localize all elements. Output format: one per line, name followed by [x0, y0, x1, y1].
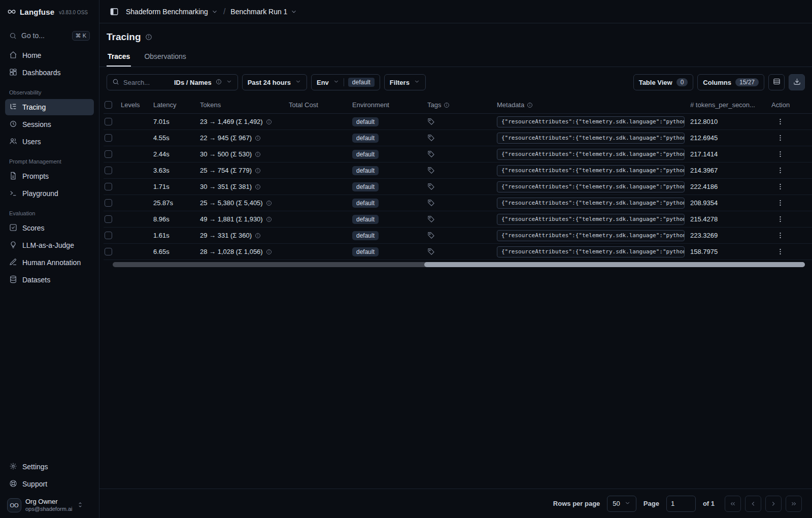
column-header-tags[interactable]: Tags — [427, 101, 497, 109]
info-icon — [255, 233, 261, 239]
row-checkbox[interactable] — [105, 183, 112, 190]
row-height-button[interactable] — [768, 74, 785, 90]
row-actions-button[interactable] — [774, 148, 786, 160]
row-checkbox[interactable] — [105, 167, 112, 174]
time-range-filter[interactable]: Past 24 hours — [242, 74, 307, 90]
table-row[interactable]: 6.65s 28 → 1,028 (Σ 1,056) default {"res… — [104, 244, 812, 260]
row-actions-button[interactable] — [774, 213, 786, 225]
breadcrumb-run[interactable]: Benchmark Run 1 — [230, 8, 297, 16]
sidebar-item-settings[interactable]: Settings — [5, 459, 94, 475]
sidebar-item-sessions[interactable]: Sessions — [5, 116, 94, 133]
tab-traces[interactable]: Traces — [107, 48, 131, 67]
sidebar-item-dashboards[interactable]: Dashboards — [5, 64, 94, 81]
row-actions-button[interactable] — [774, 165, 786, 176]
row-checkbox[interactable] — [105, 150, 112, 158]
page-input[interactable] — [666, 496, 696, 512]
tag-icon[interactable] — [427, 150, 435, 158]
sidebar-item-playground[interactable]: Playground — [5, 185, 94, 202]
last-page-button[interactable] — [786, 496, 802, 512]
goto-button[interactable]: Go to... ⌘ K — [5, 27, 94, 44]
column-header-total-cost[interactable]: Total Cost — [289, 101, 352, 109]
row-actions-button[interactable] — [774, 181, 786, 192]
column-header-tokens-per-second[interactable]: # tokens_per_secon... — [690, 101, 771, 109]
table-header: Levels Latency Tokens Total Cost Environ… — [104, 96, 812, 114]
next-page-button[interactable] — [765, 496, 782, 512]
sidebar-item-prompts[interactable]: Prompts — [5, 168, 94, 184]
metadata-preview[interactable]: {"resourceAttributes":{"telemetry.sdk.la… — [497, 198, 685, 209]
row-checkbox[interactable] — [105, 134, 112, 142]
previous-page-button[interactable] — [745, 496, 761, 512]
row-checkbox[interactable] — [105, 199, 112, 207]
row-actions-button[interactable] — [774, 132, 786, 144]
sidebar-item-users[interactable]: Users — [5, 134, 94, 150]
user-menu[interactable]: OO Org Owner ops@shadeform.ai — [5, 495, 94, 513]
tag-icon[interactable] — [427, 167, 435, 174]
column-header-metadata[interactable]: Metadata — [497, 101, 690, 109]
tag-icon[interactable] — [427, 118, 435, 125]
table-row[interactable]: 1.71s 30 → 351 (Σ 381) default {"resourc… — [104, 179, 812, 195]
metadata-preview[interactable]: {"resourceAttributes":{"telemetry.sdk.la… — [497, 133, 685, 144]
column-header-tokens[interactable]: Tokens — [200, 101, 289, 109]
tag-icon[interactable] — [427, 248, 435, 255]
tag-icon[interactable] — [427, 134, 435, 142]
chevron-down-icon — [295, 78, 301, 86]
horizontal-scrollbar[interactable] — [113, 262, 805, 267]
export-button[interactable] — [789, 74, 805, 90]
sidebar-item-human-annotation[interactable]: Human Annotation — [5, 254, 94, 271]
sidebar-item-label: Tracing — [22, 103, 46, 111]
table-row[interactable]: 7.01s 23 → 1,469 (Σ 1,492) default {"res… — [104, 114, 812, 130]
table-row[interactable]: 2.44s 30 → 500 (Σ 530) default {"resourc… — [104, 146, 812, 163]
search-input[interactable] — [123, 79, 170, 86]
row-checkbox[interactable] — [105, 215, 112, 223]
column-header-levels[interactable]: Levels — [121, 101, 153, 109]
rows-per-page-select[interactable]: 50 — [607, 496, 636, 512]
row-actions-button[interactable] — [774, 230, 786, 241]
sidebar-toggle-button[interactable] — [108, 5, 121, 18]
metadata-preview[interactable]: {"resourceAttributes":{"telemetry.sdk.la… — [497, 116, 685, 127]
metadata-preview[interactable]: {"resourceAttributes":{"telemetry.sdk.la… — [497, 165, 685, 176]
tags-cell — [427, 199, 497, 207]
row-checkbox[interactable] — [105, 232, 112, 239]
select-all-checkbox[interactable] — [105, 101, 112, 109]
home-icon — [9, 51, 17, 60]
sidebar-item-llm-as-a-judge[interactable]: LLM-as-a-Judge — [5, 237, 94, 253]
metadata-preview[interactable]: {"resourceAttributes":{"telemetry.sdk.la… — [497, 149, 685, 160]
table-row[interactable]: 3.63s 25 → 754 (Σ 779) default {"resourc… — [104, 163, 812, 179]
tag-icon[interactable] — [427, 199, 435, 207]
sidebar-item-datasets[interactable]: Datasets — [5, 272, 94, 288]
first-page-button[interactable] — [725, 496, 741, 512]
page-label: Page — [644, 500, 659, 507]
sidebar-item-tracing[interactable]: Tracing — [5, 99, 94, 115]
row-actions-button[interactable] — [774, 246, 786, 257]
row-checkbox[interactable] — [105, 248, 112, 255]
table-row[interactable]: 25.87s 25 → 5,380 (Σ 5,405) default {"re… — [104, 195, 812, 211]
table-row[interactable]: 8.96s 49 → 1,881 (Σ 1,930) default {"res… — [104, 211, 812, 228]
row-actions-button[interactable] — [774, 197, 786, 209]
table-row[interactable]: 1.61s 29 → 331 (Σ 360) default {"resourc… — [104, 228, 812, 244]
search-control[interactable]: IDs / Names — [107, 74, 238, 90]
sidebar-item-scores[interactable]: Scores — [5, 220, 94, 236]
scrollbar-thumb[interactable] — [424, 262, 805, 267]
row-actions-button[interactable] — [774, 116, 786, 127]
sidebar-item-support[interactable]: Support — [5, 476, 94, 492]
sidebar-item-home[interactable]: Home — [5, 47, 94, 63]
breadcrumb-project[interactable]: Shadeform Benchmarking — [126, 8, 218, 16]
tag-icon[interactable] — [427, 215, 435, 223]
tag-icon[interactable] — [427, 183, 435, 190]
table-row[interactable]: 4.55s 22 → 945 (Σ 967) default {"resourc… — [104, 130, 812, 146]
metadata-preview[interactable]: {"resourceAttributes":{"telemetry.sdk.la… — [497, 181, 685, 192]
tag-icon[interactable] — [427, 232, 435, 239]
row-checkbox[interactable] — [105, 118, 112, 125]
metadata-preview[interactable]: {"resourceAttributes":{"telemetry.sdk.la… — [497, 214, 685, 225]
table-view-button[interactable]: Table View 0 — [633, 74, 694, 90]
filters-button[interactable]: Filters — [384, 74, 426, 90]
tokens-cell: 22 → 945 (Σ 967) — [200, 134, 289, 142]
table-rows-icon — [773, 78, 781, 87]
metadata-preview[interactable]: {"resourceAttributes":{"telemetry.sdk.la… — [497, 230, 685, 241]
column-header-environment[interactable]: Environment — [352, 101, 427, 109]
column-header-latency[interactable]: Latency — [153, 101, 200, 109]
metadata-preview[interactable]: {"resourceAttributes":{"telemetry.sdk.la… — [497, 246, 685, 257]
columns-button[interactable]: Columns 15/27 — [697, 74, 764, 90]
env-filter[interactable]: Env default — [311, 74, 380, 90]
tab-observations[interactable]: Observations — [143, 48, 187, 67]
